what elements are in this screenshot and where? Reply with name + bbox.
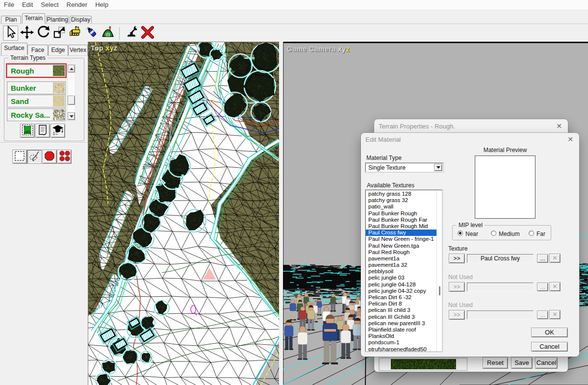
mip-radio-far[interactable] [529, 231, 534, 236]
tab-plan[interactable]: Plan [1, 16, 21, 24]
edit-material-close-icon[interactable]: ✕ [566, 135, 575, 144]
scale-tool-button[interactable] [51, 26, 67, 41]
top-viewport[interactable]: Top xyz [88, 42, 279, 385]
slot-texture-field-2[interactable] [467, 310, 534, 319]
panel-tab-surface[interactable]: Surface [1, 43, 27, 55]
scroll-up-button[interactable] [68, 65, 75, 73]
delete-tool-button[interactable] [140, 26, 155, 41]
move-icon [20, 26, 34, 41]
fill-selection-button[interactable] [20, 124, 35, 138]
terrain-type-bunker[interactable]: Bunker [7, 81, 66, 94]
slot-clear-button-2[interactable]: ✕ [549, 310, 561, 319]
menu-edit[interactable]: Edit [18, 0, 37, 10]
scale-icon [52, 26, 66, 41]
press-tool-button[interactable] [124, 26, 139, 41]
octagon-brush-button[interactable] [42, 150, 57, 164]
texture-list-item[interactable]: Pelican Dirt 8 [366, 301, 436, 307]
texture-list-scrollbar[interactable] [436, 190, 442, 351]
texture-list-item[interactable]: patio_wall [366, 204, 436, 210]
lasso-select-button[interactable] [27, 150, 42, 164]
slot-texture-field-1[interactable] [467, 282, 534, 291]
panel-tab-edge[interactable]: Edge [48, 45, 68, 55]
texture-list-item[interactable]: Paul Bunker Rough Far [366, 217, 436, 223]
menubar: FileEditSelectRenderHelp [0, 0, 588, 10]
menu-help[interactable]: Help [91, 0, 112, 10]
texture-list-item[interactable]: ptrufsharpenedfaded50 [366, 346, 436, 352]
material-type-combobox[interactable]: Single Texture [365, 163, 443, 172]
material-type-dropdown-button[interactable] [434, 164, 442, 171]
slot-assign-button-0[interactable]: >> [449, 254, 465, 263]
save-button[interactable]: Save [511, 357, 533, 369]
panel-tab-vertex[interactable]: Vertex [68, 45, 88, 55]
mip-radio-medium[interactable] [491, 231, 496, 236]
terrain-properties-close-icon[interactable]: ✕ [555, 122, 563, 130]
terrain-type-rocky-sa-[interactable]: Rocky Sa... [7, 108, 66, 121]
terrain-type-sand[interactable]: Sand [7, 95, 66, 107]
texture-list-item[interactable]: Paul Red Rough [366, 249, 436, 256]
texture-list-item[interactable]: patchy grass 128 [366, 191, 436, 197]
texture-list-item[interactable]: pelic jungle 03 [366, 275, 436, 281]
texture-list-item[interactable]: Paul New Green - fringe-1 [366, 236, 436, 242]
move-tool-button[interactable] [19, 26, 34, 41]
texture-list-item[interactable]: pelican III Gchild 3 [366, 314, 436, 320]
edit-material-titlebar[interactable]: Edit Material ✕ [361, 133, 579, 146]
main-tabrow: PlanTerrainPlantingDisplay [0, 11, 588, 24]
slot-clear-button-1[interactable]: ✕ [549, 282, 561, 291]
texture-list-scroll-thumb[interactable] [439, 286, 440, 295]
terrain-types-scrollbar[interactable] [67, 64, 76, 121]
mound-tool-button[interactable] [100, 26, 115, 41]
bulldozer-tool-button[interactable] [68, 26, 83, 41]
texture-list-item[interactable]: Paul Bunker Rough Mid [366, 223, 436, 230]
scroll-down-button[interactable] [68, 112, 75, 120]
slot-browse-button-0[interactable]: ... [537, 254, 548, 263]
menu-select[interactable]: Select [37, 0, 62, 10]
panel-tab-face[interactable]: Face [27, 45, 48, 55]
texture-list-item[interactable]: Paul New Green.tga [366, 243, 436, 249]
game-axes-xy: xy [338, 45, 346, 53]
texture-list-item[interactable]: pondscum-1 [366, 339, 436, 346]
tab-planting[interactable]: Planting [46, 16, 69, 24]
texture-list-item[interactable]: pelican new parentIII 3 [366, 320, 436, 327]
menu-render[interactable]: Render [63, 0, 92, 10]
texture-list-item[interactable]: PlanksOld [366, 333, 436, 339]
multi-octagon-brush-button[interactable] [57, 150, 72, 164]
menu-file[interactable]: File [0, 0, 18, 10]
terrain-properties-title: Terrain Properties - Rough. [374, 123, 455, 130]
slot-assign-button-1[interactable]: >> [449, 282, 465, 292]
terrain-type-rough[interactable]: Rough [7, 64, 66, 77]
terrain-properties-titlebar[interactable]: Terrain Properties - Rough. ✕ [374, 119, 568, 133]
reset-button[interactable]: Reset [483, 357, 508, 369]
texture-list-item[interactable]: Paul Cross fwy [366, 230, 436, 236]
slot-label-2: Not Used [448, 302, 473, 308]
texture-list-item[interactable]: pavement1a 32 [366, 262, 436, 268]
slot-clear-button-0[interactable]: ✕ [549, 254, 561, 263]
texture-listbox[interactable]: patchy grass 128patchy grass 32patio_wal… [365, 190, 442, 352]
texture-list-item[interactable]: patchy grass 32 [366, 197, 436, 204]
scrollbar-thumb[interactable] [68, 96, 75, 105]
tab-terrain[interactable]: Terrain [22, 13, 45, 24]
rect-select-button[interactable] [12, 150, 27, 164]
texture-list-item[interactable]: pelican III child 3 [366, 307, 436, 313]
tab-display[interactable]: Display [70, 16, 92, 24]
texture-list-item[interactable]: pelic jungle 04-32 copy [366, 288, 436, 294]
texture-list-item[interactable]: pelic jungle 04-128 [366, 282, 436, 288]
notes-button[interactable] [35, 124, 50, 138]
texture-list-item[interactable]: Plainfield.slate roof [366, 327, 436, 333]
mip-radio-near[interactable] [458, 231, 463, 236]
select-tool-button[interactable] [3, 26, 18, 41]
terrain-types-label: Terrain Types [8, 54, 48, 61]
spray-tool-button[interactable] [84, 26, 99, 41]
learn-button[interactable] [51, 124, 65, 138]
slot-texture-field-0[interactable]: Paul Cross fwy [467, 254, 534, 263]
texture-list-item[interactable]: pavement1a [366, 256, 436, 262]
cancel-button[interactable]: Cancel [531, 342, 568, 352]
slot-assign-button-2[interactable]: >> [449, 310, 465, 320]
texture-list-item[interactable]: Pelican Dirt 6 -32 [366, 294, 436, 301]
rotate-tool-button[interactable] [35, 26, 51, 41]
slot-browse-button-1[interactable]: ... [537, 282, 548, 291]
slot-browse-button-2[interactable]: ... [537, 310, 548, 319]
texture-list-item[interactable]: pebblysoil [366, 268, 436, 275]
terrain-cancel-button[interactable]: Cancel [535, 357, 558, 369]
ok-button[interactable]: OK [531, 328, 568, 337]
texture-list-item[interactable]: Paul Bunker Rough [366, 210, 436, 217]
